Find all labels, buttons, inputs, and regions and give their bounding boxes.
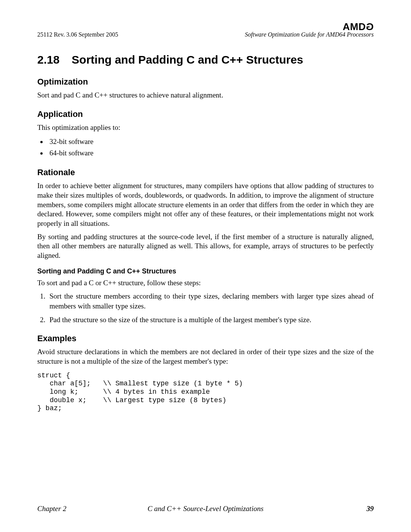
header-meta: 25112 Rev. 3.06 September 2005 Software … (37, 31, 374, 38)
content: 2.18 Sorting and Padding C and C++ Struc… (37, 53, 374, 413)
list-item: 32-bit software (47, 136, 374, 147)
rationale-p2: By sorting and padding structures at the… (37, 232, 374, 260)
optimization-text: Sort and pad C and C++ structures to ach… (37, 91, 374, 100)
list-item: Sort the structure members according to … (47, 291, 374, 311)
section-heading: 2.18 Sorting and Padding C and C++ Struc… (37, 53, 374, 66)
examples-intro: Avoid structure declarations in which th… (37, 347, 374, 366)
page: AMDG 25112 Rev. 3.06 September 2005 Soft… (0, 0, 411, 532)
application-intro: This optimization applies to: (37, 123, 374, 133)
rationale-heading: Rationale (37, 168, 374, 177)
logo-text: AMD (343, 21, 366, 32)
list-item: Pad the structure so the size of the str… (47, 315, 374, 325)
section-title: Sorting and Padding C and C++ Structures (72, 53, 303, 66)
section-number: 2.18 (37, 53, 68, 66)
application-heading: Application (37, 109, 374, 119)
application-list: 32-bit software 64-bit software (37, 136, 374, 158)
howto-steps: Sort the structure members according to … (37, 291, 374, 324)
rationale-p1: In order to achieve better alignment for… (37, 181, 374, 228)
howto-intro: To sort and pad a C or C++ structure, fo… (37, 278, 374, 288)
examples-heading: Examples (37, 334, 374, 343)
page-footer: Chapter 2 C and C++ Source-Level Optimiz… (37, 505, 374, 513)
doc-title: Software Optimization Guide for AMD64 Pr… (245, 31, 374, 38)
howto-heading: Sorting and Padding C and C++ Structures (37, 267, 374, 275)
list-item: 64-bit software (47, 147, 374, 158)
footer-title: C and C++ Source-Level Optimizations (37, 505, 374, 513)
doc-id: 25112 Rev. 3.06 September 2005 (37, 31, 118, 38)
code-block: struct { char a[5]; \\ Smallest type siz… (37, 372, 374, 413)
optimization-heading: Optimization (37, 77, 374, 87)
